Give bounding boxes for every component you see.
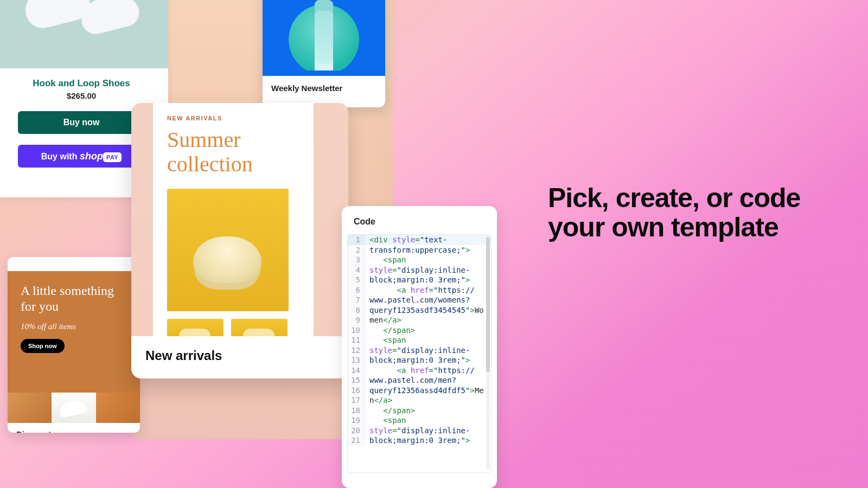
code-line[interactable]: 17n</a>: [348, 395, 491, 406]
product-hero-image: [0, 0, 168, 68]
code-line[interactable]: 1<div style="text-: [348, 235, 491, 245]
shop-pay-badge: PAY: [103, 152, 122, 162]
line-number: 15: [348, 375, 365, 386]
code-content[interactable]: style="display:inline-: [365, 426, 491, 436]
line-number: 11: [348, 335, 365, 345]
buy-now-button[interactable]: Buy now: [18, 111, 145, 134]
code-content[interactable]: <div style="text-: [365, 235, 491, 245]
product-price: $265.00: [0, 91, 168, 100]
discount-headline: A little something for you: [21, 283, 128, 314]
code-content[interactable]: <a href="https://: [365, 285, 491, 296]
code-content[interactable]: <span: [365, 255, 491, 265]
code-line[interactable]: 14 <a href="https://: [348, 365, 491, 376]
code-content[interactable]: <span: [365, 335, 491, 345]
code-content[interactable]: <span: [365, 415, 491, 426]
line-number: 21: [348, 435, 365, 446]
arrivals-kicker: NEW ARRIVALS: [167, 115, 299, 121]
discount-subhead: 10% off all items: [21, 322, 128, 331]
code-line[interactable]: 10 </span>: [348, 325, 491, 336]
code-line[interactable]: 2transform:uppercase;">: [348, 245, 491, 255]
line-number: 18: [348, 406, 365, 416]
product-title: Hook and Loop Shoes: [0, 78, 168, 89]
code-editor-card: Code 1<div style="text-2transform:upperc…: [342, 206, 497, 488]
new-arrivals-card: NEW ARRIVALS Summer collection New arriv…: [131, 103, 348, 378]
line-number: 1: [348, 235, 365, 245]
line-number: 6: [348, 285, 365, 296]
buy-with-label: Buy with: [41, 152, 78, 161]
code-content[interactable]: block;margin:0 3rem;">: [365, 275, 491, 285]
newsletter-hero: Hot new products this week: [263, 0, 385, 76]
arrivals-caption: New arrivals: [131, 336, 348, 378]
code-line[interactable]: 7www.pastel.com/womens?: [348, 295, 491, 305]
code-content[interactable]: style="display:inline-: [365, 265, 491, 275]
code-content[interactable]: www.pastel.com/womens?: [365, 295, 491, 305]
line-number: 3: [348, 255, 365, 265]
line-number: 4: [348, 265, 365, 275]
code-line[interactable]: 9men</a>: [348, 315, 491, 325]
code-content[interactable]: n</a>: [365, 395, 491, 406]
code-line[interactable]: 13block;margin:0 3rem;">: [348, 355, 491, 365]
marketing-stage: Hook and Loop Shoes $265.00 Buy now Buy …: [0, 0, 868, 488]
page-headline: Pick, create, or code your own template: [548, 183, 819, 242]
code-line[interactable]: 5block;margin:0 3rem;">: [348, 275, 491, 285]
line-number: 13: [348, 355, 365, 365]
line-number: 19: [348, 415, 365, 426]
line-number: 5: [348, 275, 365, 285]
code-content[interactable]: <a href="https://: [365, 365, 491, 376]
code-line[interactable]: 3 <span: [348, 255, 491, 265]
line-number: 2: [348, 245, 365, 255]
line-number: 12: [348, 345, 365, 356]
code-content[interactable]: queryf1235asdf3454545">Wo: [365, 305, 491, 316]
code-content[interactable]: www.pastel.com/men?: [365, 375, 491, 386]
arrivals-headline: Summer collection: [167, 128, 299, 177]
newsletter-bottle-graphic: [315, 0, 333, 76]
code-content[interactable]: style="display:inline-: [365, 345, 491, 356]
code-editor-title: Code: [342, 206, 497, 232]
code-line[interactable]: 21block;margin:0 3rem;">: [348, 435, 491, 446]
code-editor[interactable]: 1<div style="text-2transform:uppercase;"…: [347, 234, 492, 473]
arrivals-main-image: [167, 189, 289, 311]
discount-banner: A little something for you 10% off all i…: [8, 271, 140, 393]
code-line[interactable]: 12style="display:inline-: [348, 345, 491, 356]
discount-caption: Discount: [8, 423, 140, 433]
code-content[interactable]: men</a>: [365, 315, 491, 325]
newsletter-caption: Weekly Newsletter: [263, 76, 385, 100]
code-line[interactable]: 4style="display:inline-: [348, 265, 491, 275]
code-content[interactable]: transform:uppercase;">: [365, 245, 491, 255]
code-line[interactable]: 11 <span: [348, 335, 491, 345]
code-line[interactable]: 18 </span>: [348, 406, 491, 416]
discount-image-strip: [8, 393, 140, 423]
line-number: 14: [348, 365, 365, 376]
line-number: 10: [348, 325, 365, 336]
shop-pay-button[interactable]: Buy with shopPAY: [18, 145, 145, 168]
newsletter-card: Hot new products this week Weekly Newsle…: [263, 0, 385, 107]
line-number: 16: [348, 386, 365, 396]
shop-pay-logo: shop: [80, 151, 103, 162]
discount-card: Pastel A little something for you 10% of…: [8, 257, 140, 433]
code-content[interactable]: block;margin:0 3rem;">: [365, 435, 491, 446]
scrollbar[interactable]: [486, 237, 490, 470]
shop-now-button[interactable]: Shop now: [21, 339, 65, 353]
code-content[interactable]: </span>: [365, 406, 491, 416]
code-line[interactable]: 20style="display:inline-: [348, 426, 491, 436]
code-line[interactable]: 6 <a href="https://: [348, 285, 491, 296]
line-number: 20: [348, 426, 365, 436]
arrivals-sheet: NEW ARRIVALS Summer collection: [153, 103, 314, 336]
line-number: 17: [348, 395, 365, 406]
code-content[interactable]: block;margin:0 3rem;">: [365, 355, 491, 365]
code-line[interactable]: 16queryf12356assd4dfdf5">Me: [348, 386, 491, 396]
code-line[interactable]: 15www.pastel.com/men?: [348, 375, 491, 386]
line-number: 9: [348, 315, 365, 325]
code-content[interactable]: </span>: [365, 325, 491, 336]
line-number: 7: [348, 295, 365, 305]
line-number: 8: [348, 305, 365, 316]
code-content[interactable]: queryf12356assd4dfdf5">Me: [365, 386, 491, 396]
code-line[interactable]: 19 <span: [348, 415, 491, 426]
code-line[interactable]: 8queryf1235asdf3454545">Wo: [348, 305, 491, 316]
